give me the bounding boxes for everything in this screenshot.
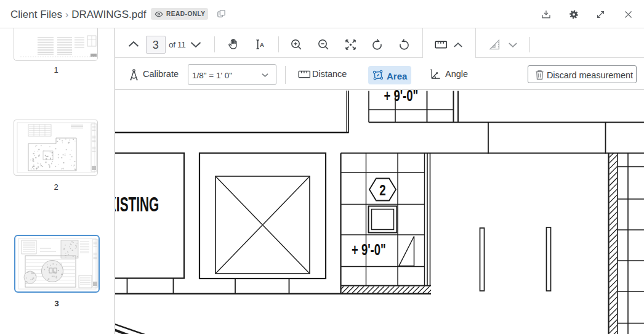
- svg-text:A: A: [260, 41, 264, 48]
- svg-text:+ 9'-0": + 9'-0": [384, 90, 419, 105]
- svg-text:2: 2: [379, 182, 385, 198]
- svg-text:+ 9'-0": + 9'-0": [352, 241, 386, 259]
- svg-text:XISTING: XISTING: [115, 193, 159, 216]
